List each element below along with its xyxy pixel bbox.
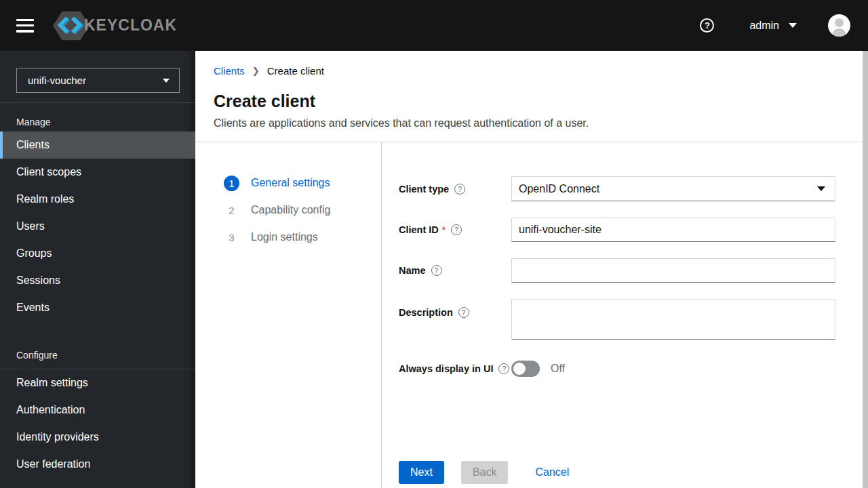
wizard-actions: Next Back Cancel	[399, 461, 835, 484]
sidebar-item-sessions[interactable]: Sessions	[0, 267, 195, 294]
sidebar-item-realm-settings[interactable]: Realm settings	[0, 369, 195, 396]
wizard-steps: 1 General settings 2 Capability config 3…	[195, 142, 382, 488]
always-display-row: Always display in UI ? Off	[399, 361, 835, 377]
page-header: Clients ❯ Create client Create client Cl…	[195, 51, 863, 142]
question-circle-icon[interactable]: ?	[498, 363, 509, 374]
question-circle-icon[interactable]: ?	[454, 184, 465, 195]
sidebar-item-groups[interactable]: Groups	[0, 240, 195, 267]
caret-down-icon	[789, 23, 797, 28]
general-settings-form: Client type ? OpenID Connect Client ID *…	[382, 142, 863, 488]
wizard-step-capability-config[interactable]: 2 Capability config	[195, 197, 381, 224]
description-row: Description ?	[399, 299, 835, 342]
nav-section-configure: Configure	[0, 350, 195, 369]
realm-selector-block: unifi-voucher	[0, 51, 195, 103]
scrollbar[interactable]	[863, 51, 868, 488]
step-label: Capability config	[251, 204, 330, 216]
sidebar-item-clients[interactable]: Clients	[0, 131, 195, 159]
client-id-label: Client ID	[399, 224, 439, 235]
toggle-state-label: Off	[551, 363, 565, 375]
hamburger-icon[interactable]	[16, 19, 34, 33]
breadcrumb-current: Create client	[267, 65, 324, 77]
sidebar-item-client-scopes[interactable]: Client scopes	[0, 159, 195, 186]
help-icon[interactable]: ?	[700, 18, 714, 33]
breadcrumb: Clients ❯ Create client	[214, 65, 863, 77]
sidebar-item-events[interactable]: Events	[0, 294, 195, 321]
wizard-step-login-settings[interactable]: 3 Login settings	[195, 224, 381, 251]
step-number-badge: 1	[224, 176, 239, 191]
question-circle-icon[interactable]: ?	[431, 265, 442, 276]
caret-down-icon	[163, 79, 170, 83]
client-type-value: OpenID Connect	[519, 183, 599, 195]
sidebar-nav: Manage Clients Client scopes Realm roles…	[0, 117, 195, 478]
name-input[interactable]	[511, 258, 835, 283]
required-indicator: *	[442, 224, 446, 235]
always-display-toggle[interactable]	[511, 361, 540, 377]
user-menu[interactable]: admin	[749, 20, 797, 32]
question-circle-icon[interactable]: ?	[458, 307, 469, 318]
name-row: Name ?	[399, 258, 835, 283]
main-content: Clients ❯ Create client Create client Cl…	[195, 51, 863, 488]
back-button[interactable]: Back	[461, 461, 509, 484]
sidebar-item-identity-providers[interactable]: Identity providers	[0, 424, 195, 451]
avatar-body-icon	[832, 28, 846, 37]
step-number-badge: 2	[224, 203, 239, 218]
sidebar-item-user-federation[interactable]: User federation	[0, 451, 195, 478]
step-label: Login settings	[251, 231, 318, 243]
next-button[interactable]: Next	[399, 461, 444, 484]
nav-section-manage: Manage	[0, 117, 195, 127]
description-textarea[interactable]	[511, 299, 835, 340]
sidebar-item-realm-roles[interactable]: Realm roles	[0, 186, 195, 213]
step-number-badge: 3	[224, 230, 239, 245]
wizard-step-general-settings[interactable]: 1 General settings	[195, 169, 381, 197]
client-type-label: Client type	[399, 184, 449, 195]
client-id-input[interactable]	[511, 218, 835, 242]
sidebar-item-authentication[interactable]: Authentication	[0, 396, 195, 424]
username: admin	[749, 20, 779, 32]
brand-text: KEYCLOAK	[84, 16, 177, 35]
description-label: Description	[399, 307, 453, 318]
breadcrumb-clients-link[interactable]: Clients	[214, 65, 245, 77]
realm-name: unifi-voucher	[28, 75, 86, 86]
page-title: Create client	[214, 92, 863, 111]
sidebar-item-users[interactable]: Users	[0, 213, 195, 240]
question-circle-icon[interactable]: ?	[451, 224, 462, 235]
client-type-select[interactable]: OpenID Connect	[511, 176, 835, 201]
client-id-row: Client ID * ?	[399, 218, 835, 242]
name-label: Name	[399, 265, 426, 276]
cancel-button[interactable]: Cancel	[535, 461, 569, 484]
client-type-row: Client type ? OpenID Connect	[399, 176, 835, 201]
sidebar: unifi-voucher Manage Clients Client scop…	[0, 51, 195, 488]
chevron-down-icon	[817, 186, 825, 191]
breadcrumb-separator-icon: ❯	[252, 66, 260, 76]
step-label: General settings	[251, 177, 330, 189]
keycloak-logo: KEYCLOAK	[53, 9, 177, 42]
masthead: KEYCLOAK ? admin	[0, 0, 868, 51]
avatar[interactable]	[828, 14, 850, 37]
always-display-label: Always display in UI	[399, 363, 493, 374]
avatar-head-icon	[835, 18, 844, 27]
toggle-knob	[513, 363, 526, 375]
page-subtitle: Clients are applications and services th…	[214, 117, 863, 129]
realm-selector[interactable]: unifi-voucher	[16, 68, 180, 93]
